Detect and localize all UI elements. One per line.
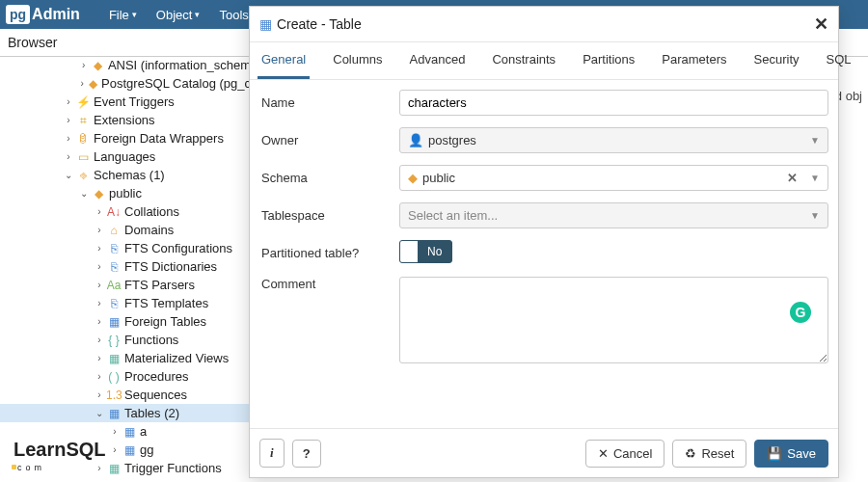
object-browser-tree[interactable]: ›◆ANSI (information_schem›◆PostgreSQL Ca…: [0, 53, 251, 482]
save-button[interactable]: 💾Save: [754, 440, 828, 468]
clear-schema-button[interactable]: ✕: [787, 171, 798, 185]
tree-node[interactable]: ›▭Languages: [0, 147, 251, 166]
tree-node[interactable]: ›1.3Sequences: [0, 386, 251, 404]
reset-button[interactable]: ♻Reset: [672, 440, 746, 468]
menu-file[interactable]: File▾: [99, 8, 147, 22]
tree-node[interactable]: ›⎘FTS Dictionaries: [0, 257, 251, 276]
tree-toggle-icon[interactable]: ›: [93, 389, 106, 400]
dialog-title-text: Create - Table: [277, 16, 362, 32]
tree-node-icon: ◆: [90, 59, 104, 72]
owner-select[interactable]: 👤 postgres ▼: [399, 127, 828, 153]
tree-node[interactable]: ›▦Foreign Tables: [0, 312, 251, 331]
tree-node-icon: ▦: [106, 352, 122, 365]
tab-security[interactable]: Security: [750, 42, 803, 79]
tree-node-icon: ▦: [122, 443, 137, 457]
tree-node[interactable]: ⌄◆public: [0, 184, 251, 202]
tree-node[interactable]: ›⎘FTS Templates: [0, 294, 251, 312]
tree-node-label: Tables (2): [124, 406, 179, 420]
partitioned-toggle[interactable]: No: [399, 240, 452, 263]
cancel-button[interactable]: ✕Cancel: [585, 440, 665, 468]
tree-toggle-icon[interactable]: ›: [93, 463, 106, 473]
tree-node-label: Languages: [94, 149, 155, 164]
schema-icon: ◆: [408, 171, 418, 185]
tree-node[interactable]: ⌄⎆Schemas (1): [0, 166, 251, 184]
tab-parameters[interactable]: Parameters: [658, 42, 730, 79]
tree-toggle-icon[interactable]: ›: [93, 298, 106, 308]
tab-sql[interactable]: SQL: [823, 42, 855, 79]
learnsql-watermark: LearnSQL: [14, 439, 106, 461]
grammarly-badge[interactable]: G: [790, 302, 811, 323]
menu-object[interactable]: Object▾: [147, 8, 210, 22]
tree-node[interactable]: ›( )Procedures: [0, 367, 251, 386]
tree-toggle-icon[interactable]: ›: [108, 444, 122, 455]
tree-node[interactable]: ›◆ANSI (information_schem: [0, 56, 251, 74]
tree-toggle-icon[interactable]: ›: [93, 371, 106, 382]
tablespace-select[interactable]: Select an item... ▼: [399, 202, 828, 228]
tree-node-icon: ▦: [106, 407, 122, 420]
tree-toggle-icon[interactable]: ›: [93, 335, 106, 345]
caret-down-icon: ▼: [810, 135, 820, 146]
help-button[interactable]: ?: [292, 440, 321, 468]
tree-node[interactable]: ›⌂Domains: [0, 221, 251, 239]
comment-textarea[interactable]: [399, 277, 828, 363]
tree-toggle-icon[interactable]: ›: [62, 96, 75, 107]
tree-node[interactable]: ›{ }Functions: [0, 331, 251, 349]
create-table-dialog: ▦ Create - Table ✕ GeneralColumnsAdvance…: [249, 6, 839, 478]
tree-toggle-icon[interactable]: ⌄: [93, 408, 106, 418]
tree-node-icon: ◆: [91, 187, 106, 201]
info-button[interactable]: i: [259, 439, 285, 468]
tree-node-icon: ▦: [106, 462, 122, 475]
tree-node[interactable]: ⌄▦Tables (2): [0, 404, 251, 422]
tree-node[interactable]: ›⚡Event Triggers: [0, 93, 251, 111]
tree-toggle-icon[interactable]: ›: [93, 225, 106, 235]
tree-node-icon: ⌗: [75, 114, 91, 127]
tree-toggle-icon[interactable]: ›: [77, 78, 87, 89]
tree-node[interactable]: ›▦Types: [0, 477, 251, 482]
tree-toggle-icon[interactable]: ›: [62, 133, 75, 144]
close-icon: ✕: [598, 446, 609, 461]
tab-partitions[interactable]: Partitions: [579, 42, 638, 79]
tree-toggle-icon[interactable]: ›: [108, 426, 122, 437]
tree-toggle-icon[interactable]: ›: [93, 261, 106, 272]
tree-node[interactable]: ›🛢Foreign Data Wrappers: [0, 129, 251, 147]
tree-node[interactable]: ›⎘FTS Configurations: [0, 239, 251, 257]
user-icon: 👤: [408, 133, 423, 147]
tab-constraints[interactable]: Constraints: [488, 42, 559, 79]
tab-advanced[interactable]: Advanced: [406, 42, 470, 79]
tree-node-label: gg: [140, 442, 153, 457]
label-tablespace: Tablespace: [259, 208, 399, 223]
tree-toggle-icon[interactable]: ›: [62, 151, 75, 162]
tree-node-label: ANSI (information_schem: [108, 58, 251, 72]
tree-node[interactable]: ›◆PostgreSQL Catalog (pg_c: [0, 74, 251, 93]
dialog-close-button[interactable]: ✕: [814, 13, 828, 35]
tree-toggle-icon[interactable]: ⌄: [62, 170, 75, 180]
tree-node-icon: ⎘: [106, 242, 122, 255]
tree-toggle-icon[interactable]: ›: [93, 280, 106, 290]
tree-toggle-icon[interactable]: ›: [93, 206, 106, 217]
tree-node[interactable]: ›AaFTS Parsers: [0, 276, 251, 294]
name-input[interactable]: [399, 90, 828, 116]
dialog-titlebar: ▦ Create - Table ✕: [250, 7, 838, 42]
dialog-tabs: GeneralColumnsAdvancedConstraintsPartiti…: [250, 42, 838, 80]
tree-node[interactable]: ›⌗Extensions: [0, 111, 251, 129]
label-schema: Schema: [259, 171, 399, 185]
tree-node-label: Domains: [124, 223, 174, 237]
watermark-sub: com: [17, 463, 45, 472]
tab-columns[interactable]: Columns: [329, 42, 386, 79]
tree-node-icon: ⌂: [106, 224, 122, 237]
tree-node-icon: Aa: [106, 279, 122, 292]
tablespace-placeholder: Select an item...: [408, 208, 498, 223]
tree-node-label: Procedures: [124, 369, 188, 384]
tree-toggle-icon[interactable]: ›: [77, 60, 90, 70]
tree-toggle-icon[interactable]: ›: [93, 243, 106, 254]
tree-toggle-icon[interactable]: ›: [62, 115, 75, 125]
tree-toggle-icon[interactable]: ⌄: [77, 188, 91, 199]
tree-node[interactable]: ›A↓Collations: [0, 202, 251, 221]
tree-toggle-icon[interactable]: ›: [93, 353, 106, 363]
tree-toggle-icon[interactable]: ›: [93, 316, 106, 327]
tab-general[interactable]: General: [258, 42, 310, 79]
tree-node[interactable]: ›▦Materialized Views: [0, 349, 251, 367]
tree-node-label: PostgreSQL Catalog (pg_c: [101, 76, 251, 91]
caret-down-icon: ▼: [810, 210, 820, 221]
schema-select[interactable]: ◆ public ✕ ▼: [399, 165, 828, 191]
